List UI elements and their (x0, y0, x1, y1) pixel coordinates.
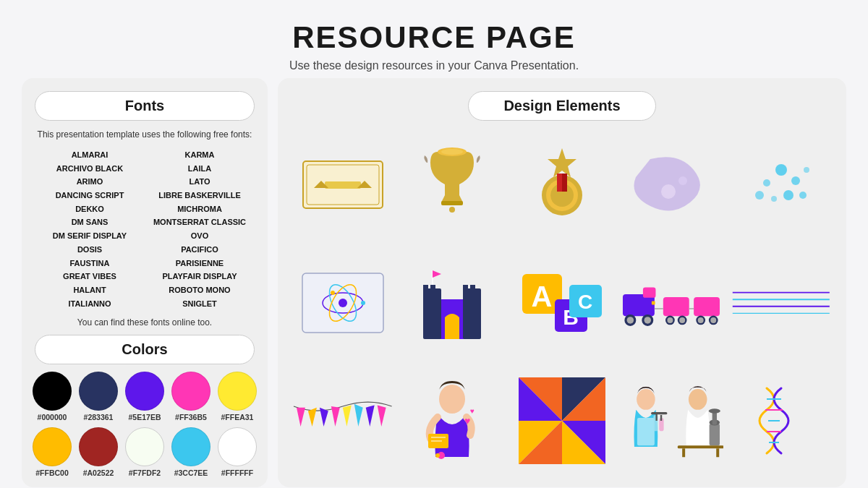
svg-point-20 (783, 190, 793, 200)
page-title: RESOURCE PAGE (289, 20, 579, 55)
color-purple: #5E17EB (125, 372, 164, 421)
colors-row-2: #FFBC00 #A02522 #F7FDF2 #3CC7EE #FFFFFF (35, 427, 255, 477)
svg-point-16 (678, 176, 687, 185)
fonts-grid: ALMARAI ARCHIVO BLACK ARIMO DANCING SCRI… (35, 148, 255, 310)
svg-rect-107 (682, 449, 685, 458)
color-orange: #FFBC00 (33, 427, 72, 477)
design-element-trophy (401, 128, 505, 241)
svg-rect-81 (431, 440, 442, 442)
svg-point-85 (435, 453, 440, 458)
color-swatch-pink (171, 372, 210, 411)
svg-point-21 (771, 196, 777, 202)
svg-rect-33 (423, 288, 441, 339)
svg-point-24 (804, 167, 809, 173)
svg-rect-100 (660, 415, 662, 421)
fonts-right-col: KARMA LAILA LATO LIBRE BASKERVILLE MICHR… (145, 148, 255, 310)
left-panel: Fonts This presentation template uses th… (22, 78, 268, 487)
design-element-diamond-pattern (510, 365, 614, 478)
design-element-certificate (291, 128, 395, 241)
design-element-dna (729, 365, 833, 478)
svg-rect-99 (655, 412, 657, 421)
fonts-title: Fonts (35, 91, 255, 121)
svg-rect-80 (431, 437, 446, 438)
svg-marker-70 (297, 408, 305, 427)
color-swatch-yellow (218, 372, 257, 411)
svg-text:♥: ♥ (464, 415, 470, 427)
svg-rect-95 (637, 418, 655, 445)
svg-rect-106 (678, 446, 724, 449)
fonts-intro: This presentation template uses the foll… (35, 128, 255, 141)
design-elements-title: Design Elements (468, 91, 656, 121)
svg-marker-40 (433, 270, 441, 278)
color-swatch-white (218, 427, 257, 466)
page-header: RESOURCE PAGE Use these design resources… (289, 0, 579, 78)
design-elements-grid: A B C (291, 128, 833, 477)
colors-title: Colors (35, 335, 255, 364)
svg-rect-59 (694, 297, 720, 316)
design-element-blob-purple (620, 128, 724, 241)
svg-marker-77 (378, 406, 386, 427)
svg-rect-108 (716, 449, 719, 458)
color-offwhite: #F7FDF2 (125, 427, 164, 477)
svg-text:C: C (578, 291, 592, 313)
svg-point-105 (709, 409, 720, 414)
svg-point-7 (441, 149, 463, 155)
color-red: #A02522 (79, 427, 118, 477)
svg-text:♥: ♥ (470, 407, 475, 415)
svg-rect-14 (562, 174, 567, 192)
svg-point-29 (339, 299, 347, 307)
design-element-scientist (620, 365, 724, 478)
svg-rect-48 (643, 287, 656, 297)
color-black: #000000 (33, 372, 72, 421)
svg-point-22 (799, 192, 807, 199)
color-swatch-purple (125, 372, 164, 411)
svg-point-19 (763, 179, 770, 187)
svg-rect-37 (463, 285, 468, 292)
svg-point-50 (626, 317, 634, 324)
svg-rect-6 (441, 201, 463, 205)
svg-point-61 (697, 317, 703, 323)
colors-row-1: #000000 #283361 #5E17EB #FF36B5 #FFEA31 (35, 372, 255, 421)
fonts-footer: You can find these fonts online too. (35, 317, 255, 328)
design-element-atom (291, 247, 395, 359)
design-element-lines (729, 247, 833, 359)
svg-point-78 (439, 385, 465, 414)
svg-rect-13 (557, 174, 562, 192)
svg-text:A: A (532, 281, 553, 312)
svg-marker-74 (343, 406, 352, 427)
svg-marker-73 (331, 406, 340, 427)
svg-point-30 (361, 301, 365, 305)
color-navy: #283361 (79, 372, 118, 421)
right-panel: Design Elements (278, 78, 846, 487)
colors-grid: #000000 #283361 #5E17EB #FF36B5 #FFEA31 (35, 372, 255, 477)
svg-rect-54 (663, 297, 689, 316)
svg-point-56 (667, 317, 673, 323)
design-element-train (620, 247, 724, 359)
svg-rect-35 (423, 285, 428, 292)
svg-point-15 (661, 184, 676, 199)
design-element-castle (401, 247, 505, 359)
svg-point-31 (331, 291, 335, 295)
svg-point-8 (449, 207, 455, 213)
svg-marker-9 (548, 148, 576, 177)
color-swatch-orange (33, 427, 72, 466)
svg-rect-38 (470, 285, 475, 292)
main-content: Fonts This presentation template uses th… (0, 78, 868, 487)
color-swatch-offwhite (125, 427, 164, 466)
svg-marker-75 (354, 404, 363, 427)
svg-rect-102 (709, 424, 719, 445)
svg-rect-34 (463, 288, 481, 339)
design-element-medal (510, 128, 614, 241)
design-element-teacher: ♥ ♥ (401, 365, 505, 478)
svg-marker-76 (366, 406, 375, 427)
svg-point-23 (755, 191, 764, 200)
color-white: #FFFFFF (218, 427, 257, 477)
svg-rect-98 (651, 412, 667, 414)
color-swatch-black (33, 372, 72, 411)
design-element-abc-blocks: A B C (510, 247, 614, 359)
svg-point-94 (637, 389, 655, 410)
design-element-bunting (291, 365, 395, 478)
svg-point-17 (775, 164, 787, 176)
svg-point-52 (644, 317, 651, 324)
svg-point-58 (679, 317, 685, 323)
